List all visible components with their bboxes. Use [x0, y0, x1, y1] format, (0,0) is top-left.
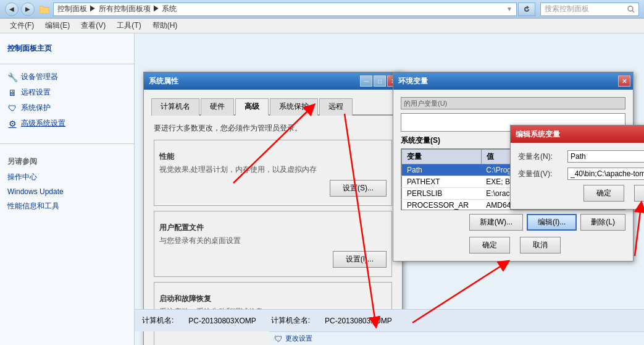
- edit-var-content: 变量名(N): 变量值(V): 确定 取消: [511, 143, 644, 209]
- edit-var-cancel-button[interactable]: 取消: [634, 185, 644, 202]
- env-vars-ok-button[interactable]: 确定: [469, 237, 510, 253]
- tab-advanced[interactable]: 高级: [235, 98, 269, 116]
- computer-fullname-label: 计算机全名:: [271, 315, 310, 326]
- sidebar-title[interactable]: 控制面板主页: [0, 41, 134, 59]
- windows-update-label: Windows Update: [7, 187, 64, 196]
- sidebar-label-device-manager: 设备管理器: [21, 72, 58, 82]
- col-variable: 变量: [402, 150, 482, 164]
- footer-bar: 🛡 更改设置: [269, 331, 644, 345]
- admin-notice: 要进行大多数更改，您必须作为管理员登录。: [154, 123, 392, 134]
- maximize-button[interactable]: □: [374, 75, 386, 87]
- user-profile-section: 用户配置文件 与您登录有关的桌面设置 设置(I)...: [154, 211, 392, 277]
- search-bar[interactable]: 搜索控制面板: [540, 2, 639, 16]
- env-vars-titlebar: 环境变量 ✕: [393, 72, 633, 90]
- tab-bar: 计算机名 硬件 高级 系统保护 远程: [151, 97, 395, 116]
- action-center-label: 操作中心: [7, 172, 37, 182]
- menu-help[interactable]: 帮助(H): [148, 19, 183, 32]
- user-profile-title: 用户配置文件: [159, 223, 387, 233]
- shield-icon: 🛡: [274, 334, 283, 344]
- performance-section: 性能 视觉效果,处理器计划，内存使用，以及虚拟内存 设置(S)...: [154, 140, 392, 206]
- env-vars-close-button[interactable]: ✕: [618, 75, 630, 87]
- system-properties-dialog: 系统属性 ─ □ ✕ 计算机名 硬件 高级 系统保护 远程 要进行大多数更改，您…: [143, 72, 403, 345]
- edit-var-titlebar: 编辑系统变量 ✕: [511, 126, 644, 143]
- startup-title: 启动和故障恢复: [159, 294, 387, 304]
- sidebar: 控制面板主页 🔧 设备管理器 🖥 远程设置 🛡 系统保护 ⚙ 高级系统设置 另请…: [0, 33, 135, 345]
- system-vars-buttons: 新建(W)... 编辑(I)... 删除(L): [401, 214, 625, 231]
- also-section-title: 另请参阅: [0, 154, 134, 169]
- nav-buttons: ◀ ▶: [5, 2, 35, 16]
- minimize-button[interactable]: ─: [360, 75, 372, 87]
- menu-tools[interactable]: 工具(T): [112, 19, 146, 32]
- computer-fullname-value: PC-20130803XUMP: [325, 317, 392, 325]
- path-var-name: Path: [402, 164, 482, 176]
- edit-var-dialog: 编辑系统变量 ✕ 变量名(N): 变量值(V): 确定 取消: [510, 125, 644, 210]
- computer-name-label: 计算机名:: [142, 315, 174, 326]
- main-content: 系统属性 ─ □ ✕ 计算机名 硬件 高级 系统保护 远程 要进行大多数更改，您…: [135, 33, 644, 345]
- search-icon: [627, 6, 635, 13]
- var-name-label: 变量名(N):: [518, 151, 567, 162]
- protection-icon: 🛡: [7, 103, 17, 113]
- performance-settings-button[interactable]: 设置(S)...: [330, 180, 387, 197]
- pathext-var-name: PATHEXT: [402, 176, 482, 188]
- processor-var-name: PROCESSOR_AR: [402, 200, 482, 211]
- menu-edit[interactable]: 编辑(E): [40, 19, 75, 32]
- sidebar-item-remote[interactable]: 🖥 远程设置: [0, 85, 134, 100]
- svg-point-0: [628, 6, 633, 11]
- user-vars-header: 的用户变量(U): [401, 97, 625, 109]
- env-vars-title: 环境变量: [398, 76, 428, 87]
- sidebar-item-performance[interactable]: 性能信息和工具: [0, 198, 134, 214]
- back-button[interactable]: ◀: [5, 2, 19, 16]
- svg-line-1: [632, 11, 634, 12]
- change-settings-link[interactable]: 更改设置: [285, 334, 312, 343]
- folder-icon: [40, 4, 49, 14]
- address-arrow: ▼: [506, 6, 512, 12]
- computer-name-value: PC-20130803XOMP: [188, 317, 256, 325]
- address-text: 控制面板 ▶ 所有控制面板项 ▶ 系统: [57, 4, 177, 14]
- user-profile-desc: 与您登录有关的桌面设置: [159, 236, 387, 246]
- env-vars-bottom-buttons: 确定 取消: [401, 237, 625, 253]
- edit-system-var-button[interactable]: 编辑(I)...: [527, 214, 577, 231]
- tab-system-protection[interactable]: 系统保护: [270, 98, 318, 116]
- refresh-button[interactable]: [518, 2, 535, 16]
- sidebar-item-advanced[interactable]: ⚙ 高级系统设置: [0, 116, 134, 131]
- perlslib-var-name: PERLSLIB: [402, 188, 482, 200]
- tab-hardware[interactable]: 硬件: [201, 98, 234, 116]
- device-manager-icon: 🔧: [7, 72, 17, 82]
- svg-line-6: [635, 207, 641, 256]
- tab-computer-name[interactable]: 计算机名: [151, 98, 199, 116]
- sys-props-title: 系统属性: [149, 76, 178, 87]
- sidebar-label-advanced: 高级系统设置: [21, 118, 65, 129]
- sidebar-label-protection: 系统保护: [21, 103, 51, 113]
- var-name-row: 变量名(N):: [518, 150, 644, 163]
- performance-title: 性能: [159, 151, 387, 162]
- user-profile-settings-button[interactable]: 设置(I)...: [333, 251, 387, 268]
- sidebar-item-windows-update[interactable]: Windows Update: [0, 185, 134, 198]
- window-chrome: ◀ ▶ 控制面板 ▶ 所有控制面板项 ▶ 系统 ▼ 搜索控制面板: [0, 0, 644, 19]
- search-placeholder-text: 搜索控制面板: [545, 4, 627, 14]
- env-vars-title-buttons: ✕: [618, 75, 630, 87]
- menu-file[interactable]: 文件(F): [5, 19, 39, 32]
- remote-icon: 🖥: [7, 88, 17, 98]
- tab-remote[interactable]: 远程: [319, 98, 353, 116]
- sidebar-item-device-manager[interactable]: 🔧 设备管理器: [0, 69, 134, 85]
- delete-system-var-button[interactable]: 删除(L): [580, 214, 625, 231]
- sidebar-item-action-center[interactable]: 操作中心: [0, 169, 134, 185]
- menu-bar: 文件(F) 编辑(E) 查看(V) 工具(T) 帮助(H): [0, 19, 644, 33]
- sidebar-label-remote: 远程设置: [21, 87, 51, 98]
- var-value-label: 变量值(V):: [518, 169, 567, 179]
- advanced-icon: ⚙: [7, 119, 17, 129]
- sys-props-titlebar: 系统属性 ─ □ ✕: [144, 72, 402, 90]
- var-value-input[interactable]: [567, 168, 644, 180]
- forward-button[interactable]: ▶: [21, 2, 35, 16]
- new-system-var-button[interactable]: 新建(W)...: [469, 214, 523, 231]
- address-bar[interactable]: 控制面板 ▶ 所有控制面板项 ▶ 系统 ▼: [53, 2, 517, 16]
- sidebar-item-protection[interactable]: 🛡 系统保护: [0, 100, 134, 116]
- var-name-input[interactable]: [567, 150, 644, 163]
- edit-var-ok-button[interactable]: 确定: [583, 185, 624, 202]
- computer-info-strip: 计算机名: PC-20130803XOMP 计算机全名: PC-20130803…: [135, 309, 644, 331]
- user-vars-label: 的用户变量(U): [404, 99, 447, 108]
- menu-view[interactable]: 查看(V): [76, 19, 111, 32]
- edit-var-bottom-buttons: 确定 取消: [518, 185, 644, 202]
- env-vars-cancel-button[interactable]: 取消: [520, 237, 561, 253]
- performance-label: 性能信息和工具: [7, 201, 59, 211]
